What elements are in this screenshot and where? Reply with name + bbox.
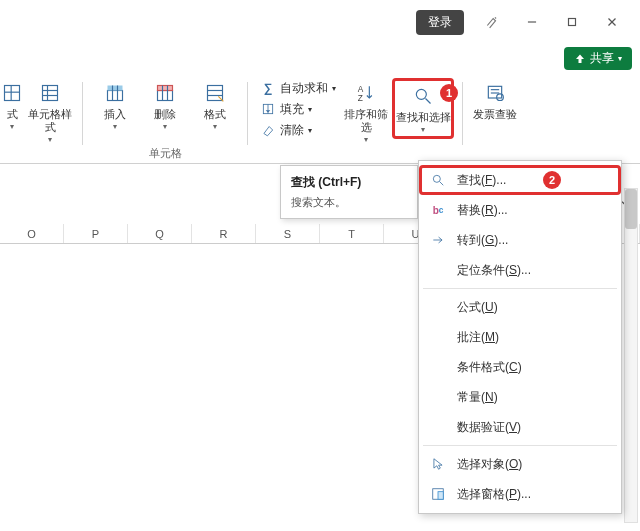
svg-line-32 — [440, 182, 444, 186]
magnifier-icon — [409, 83, 437, 109]
conditional-format-button[interactable]: 式 ▾ — [0, 78, 24, 146]
svg-point-25 — [416, 89, 426, 99]
menu-notes-label: 批注(M) — [457, 329, 499, 346]
find-select-label: 查找和选择 — [396, 111, 451, 124]
blank-icon — [429, 261, 447, 279]
menu-data-validation[interactable]: 数据验证(V) — [419, 412, 621, 442]
login-button[interactable]: 登录 — [416, 10, 464, 35]
menu-datavalid-label: 数据验证(V) — [457, 419, 521, 436]
menu-find[interactable]: 查找(F)... 2 — [419, 165, 621, 195]
menu-goto-label: 转到(G)... — [457, 232, 508, 249]
menu-select-objects[interactable]: 选择对象(O) — [419, 449, 621, 479]
eraser-icon — [260, 122, 276, 138]
svg-point-31 — [433, 175, 440, 182]
insert-icon — [101, 80, 129, 106]
menu-replace[interactable]: bc 替换(R)... — [419, 195, 621, 225]
delete-label: 删除 — [154, 108, 176, 121]
replace-icon: bc — [429, 201, 447, 219]
chevron-down-icon: ▾ — [308, 105, 312, 114]
format-label: 格式 — [204, 108, 226, 121]
cond-format-icon — [0, 80, 26, 106]
menu-formulas-label: 公式(U) — [457, 299, 498, 316]
invoice-verify-button[interactable]: 发票查验 — [471, 78, 519, 123]
col-O[interactable]: O — [0, 224, 64, 243]
clear-button[interactable]: 清除 ▾ — [256, 120, 340, 140]
autosum-label: 自动求和 — [280, 80, 328, 97]
selection-pane-icon — [429, 485, 447, 503]
format-button[interactable]: 格式 ▾ — [191, 78, 239, 133]
svg-rect-15 — [158, 91, 173, 101]
svg-rect-27 — [488, 86, 501, 98]
col-P[interactable]: P — [64, 224, 128, 243]
chevron-down-icon: ▾ — [113, 122, 117, 131]
svg-point-30 — [497, 94, 504, 101]
fill-button[interactable]: 填充 ▾ — [256, 99, 340, 119]
menu-notes[interactable]: 批注(M) — [419, 322, 621, 352]
chevron-down-icon: ▾ — [421, 125, 425, 134]
svg-rect-4 — [5, 86, 20, 101]
fill-icon — [260, 101, 276, 117]
blank-icon — [429, 418, 447, 436]
cells-group-label: 单元格 — [85, 146, 245, 161]
delete-button[interactable]: 删除 ▾ — [141, 78, 189, 133]
annotation-badge-2: 2 — [543, 171, 561, 189]
svg-rect-35 — [438, 492, 443, 500]
editing-group: ∑ 自动求和 ▾ 填充 ▾ 清除 ▾ AZ 排序和筛选 ▾ — [250, 78, 460, 163]
vertical-scrollbar[interactable] — [624, 188, 638, 523]
close-button[interactable] — [592, 6, 632, 38]
menu-replace-label: 替换(R)... — [457, 202, 508, 219]
clear-label: 清除 — [280, 122, 304, 139]
menu-find-label: 查找(F)... — [457, 172, 506, 189]
blank-icon — [429, 298, 447, 316]
svg-text:Z: Z — [358, 93, 363, 103]
sort-filter-button[interactable]: AZ 排序和筛选 ▾ — [342, 78, 390, 146]
fill-label: 填充 — [280, 101, 304, 118]
minimize-button[interactable] — [512, 6, 552, 38]
separator — [82, 82, 83, 145]
col-R[interactable]: R — [192, 224, 256, 243]
mode-switch-button[interactable] — [472, 6, 512, 38]
ribbon: 式 ▾ 单元格样式 ▾ 插入 ▾ 删除 ▾ 格 — [0, 74, 640, 164]
maximize-button[interactable] — [552, 6, 592, 38]
tooltip-body: 搜索文本。 — [291, 195, 407, 210]
format-icon — [201, 80, 229, 106]
col-Q[interactable]: Q — [128, 224, 192, 243]
menu-cond-format[interactable]: 条件格式(C) — [419, 352, 621, 382]
chevron-down-icon: ▾ — [10, 122, 14, 131]
col-T[interactable]: T — [320, 224, 384, 243]
menu-selpane-label: 选择窗格(P)... — [457, 486, 531, 503]
sort-filter-icon: AZ — [352, 80, 380, 106]
chevron-down-icon: ▾ — [163, 122, 167, 131]
menu-selobj-label: 选择对象(O) — [457, 456, 522, 473]
cell-styles-button[interactable]: 单元格样式 ▾ — [26, 78, 74, 146]
svg-rect-7 — [43, 86, 58, 101]
chevron-down-icon: ▾ — [618, 54, 622, 63]
autosum-button[interactable]: ∑ 自动求和 ▾ — [256, 78, 340, 98]
arrow-right-icon — [429, 231, 447, 249]
insert-button[interactable]: 插入 ▾ — [91, 78, 139, 133]
cell-styles-icon — [36, 80, 64, 106]
menu-formulas[interactable]: 公式(U) — [419, 292, 621, 322]
find-select-menu: 查找(F)... 2 bc 替换(R)... 转到(G)... 定位条件(S).… — [418, 160, 622, 514]
blank-icon — [429, 328, 447, 346]
share-button[interactable]: 共享 ▾ — [564, 47, 632, 70]
svg-rect-11 — [108, 91, 123, 101]
menu-constants[interactable]: 常量(N) — [419, 382, 621, 412]
annotation-badge-1: 1 — [440, 84, 458, 102]
svg-rect-16 — [158, 86, 173, 91]
separator — [247, 82, 248, 145]
blank-icon — [429, 388, 447, 406]
scrollbar-thumb[interactable] — [625, 189, 637, 229]
share-label: 共享 — [590, 50, 614, 67]
invoice-group: 发票查验 — [465, 78, 525, 163]
svg-rect-12 — [108, 86, 123, 91]
menu-selection-pane[interactable]: 选择窗格(P)... — [419, 479, 621, 509]
menu-goto-special[interactable]: 定位条件(S)... — [419, 255, 621, 285]
invoice-icon — [481, 80, 509, 106]
menu-goto[interactable]: 转到(G)... — [419, 225, 621, 255]
chevron-down-icon: ▾ — [308, 126, 312, 135]
magnifier-icon — [429, 171, 447, 189]
separator — [462, 82, 463, 145]
pointer-icon — [429, 455, 447, 473]
col-S[interactable]: S — [256, 224, 320, 243]
